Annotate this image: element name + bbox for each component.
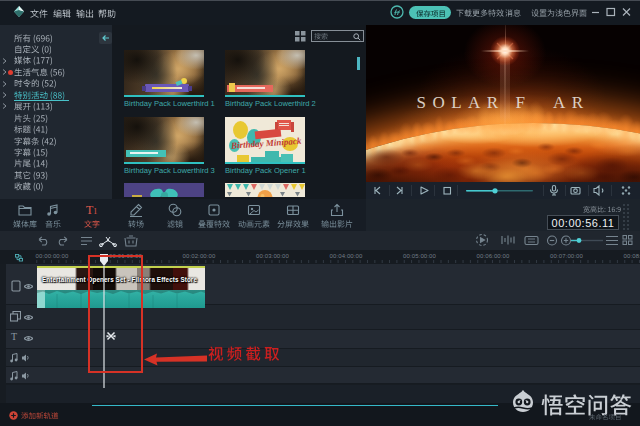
svg-text:T1: T1 [86,203,97,217]
